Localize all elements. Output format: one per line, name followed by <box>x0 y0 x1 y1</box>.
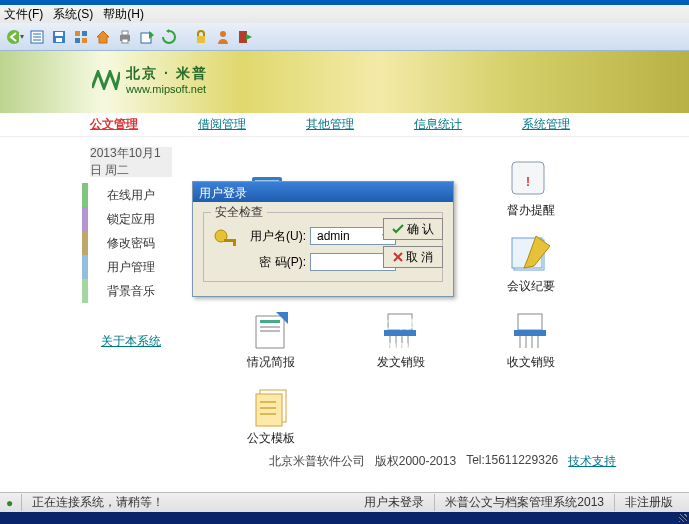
status-icon: ● <box>6 496 13 510</box>
svg-rect-44 <box>256 394 282 426</box>
svg-rect-30 <box>260 330 280 332</box>
svg-rect-18 <box>239 31 247 43</box>
status-bar: ● 正在连接系统，请稍等！ 用户未登录 米普公文与档案管理系统2013 非注册版 <box>0 492 689 512</box>
svg-rect-9 <box>82 31 87 36</box>
status-message: 正在连接系统，请稍等！ <box>21 494 174 511</box>
svg-rect-50 <box>233 239 236 246</box>
refresh-icon[interactable] <box>160 28 178 46</box>
x-icon <box>393 252 403 262</box>
footer-support-link[interactable]: 技术支持 <box>568 453 616 470</box>
alert-icon: ! <box>506 156 556 200</box>
banner: 北京 · 米普 www.mipsoft.net <box>0 51 689 113</box>
grid-report[interactable]: 情况简报 <box>206 295 336 371</box>
grid-template[interactable]: 公文模板 <box>206 371 336 447</box>
grid-alert[interactable]: ! 督办提醒 <box>466 143 596 219</box>
dialog-title: 用户登录 <box>193 182 453 202</box>
svg-rect-31 <box>388 314 412 330</box>
svg-rect-29 <box>260 326 280 328</box>
footer-copyright: 版权2000-2013 <box>375 453 456 470</box>
svg-text:!: ! <box>526 175 530 189</box>
ok-button[interactable]: 确 认 <box>383 218 443 240</box>
svg-rect-13 <box>122 31 128 35</box>
svg-point-17 <box>220 31 226 37</box>
sidebar: 2013年10月1日 周二 在线用户 锁定应用 修改密码 用户管理 背景音乐 关… <box>0 137 180 489</box>
svg-rect-10 <box>75 38 80 43</box>
svg-rect-14 <box>122 39 128 43</box>
list-icon[interactable] <box>28 28 46 46</box>
sidebar-online-users[interactable]: 在线用户 <box>90 183 172 207</box>
nav-system[interactable]: 系统管理 <box>522 116 570 133</box>
menu-bar: 文件(F) 系统(S) 帮助(H) <box>0 5 689 23</box>
svg-rect-32 <box>384 330 416 336</box>
template-icon <box>246 384 296 428</box>
back-icon[interactable] <box>6 28 24 46</box>
print-icon[interactable] <box>116 28 134 46</box>
status-reg: 非注册版 <box>614 494 683 511</box>
sidebar-lock-app[interactable]: 锁定应用 <box>90 207 172 231</box>
check-icon <box>392 224 404 234</box>
grid-recv-shred[interactable]: 收文销毁 <box>466 295 596 371</box>
cancel-button[interactable]: 取 消 <box>383 246 443 268</box>
toolbar <box>0 23 689 51</box>
about-link[interactable]: 关于本系统 <box>101 333 161 350</box>
footer-tel: Tel:15611229326 <box>466 453 558 470</box>
save-icon[interactable] <box>50 28 68 46</box>
user-icon[interactable] <box>214 28 232 46</box>
window-resize-grip[interactable] <box>0 512 689 524</box>
grid-icon[interactable] <box>72 28 90 46</box>
password-label: 密 码(P): <box>250 254 306 271</box>
nav-docs[interactable]: 公文管理 <box>90 116 138 133</box>
svg-rect-6 <box>55 32 63 36</box>
svg-rect-7 <box>56 38 62 42</box>
date-display: 2013年10月1日 周二 <box>90 147 172 177</box>
svg-rect-28 <box>260 320 280 323</box>
svg-rect-8 <box>75 31 80 36</box>
menu-file[interactable]: 文件(F) <box>4 6 43 23</box>
login-dialog: 用户登录 安全检查 用户名(U): admin 密 码(P): <box>192 181 454 297</box>
nav-other[interactable]: 其他管理 <box>306 116 354 133</box>
grid-label: 收文销毁 <box>507 354 555 371</box>
export-icon[interactable] <box>138 28 156 46</box>
brand-url: www.mipsoft.net <box>126 83 208 95</box>
main-area: 数码资源网 www.smzy.com ! 督办提醒 <box>180 137 689 489</box>
status-app: 米普公文与档案管理系统2013 <box>434 494 614 511</box>
shred-in-icon <box>506 308 556 352</box>
top-nav: 公文管理 借阅管理 其他管理 信息统计 系统管理 <box>0 113 689 137</box>
sidebar-bgm[interactable]: 背景音乐 <box>90 279 172 303</box>
dialog-legend: 安全检查 <box>211 204 267 221</box>
grid-label: 公文模板 <box>247 430 295 447</box>
svg-rect-37 <box>518 314 542 330</box>
nav-borrow[interactable]: 借阅管理 <box>198 116 246 133</box>
grid-label: 发文销毁 <box>377 354 425 371</box>
status-user: 用户未登录 <box>354 494 434 511</box>
shred-out-icon <box>376 308 426 352</box>
home-icon[interactable] <box>94 28 112 46</box>
nav-stats[interactable]: 信息统计 <box>414 116 462 133</box>
sidebar-change-pw[interactable]: 修改密码 <box>90 231 172 255</box>
grid-label: 情况简报 <box>247 354 295 371</box>
sidebar-user-mgmt[interactable]: 用户管理 <box>90 255 172 279</box>
grid-send-shred[interactable]: 发文销毁 <box>336 295 466 371</box>
grid-notes[interactable]: 会议纪要 <box>466 219 596 295</box>
svg-rect-16 <box>197 36 205 43</box>
menu-help[interactable]: 帮助(H) <box>103 6 144 23</box>
svg-point-0 <box>7 30 19 44</box>
grid-label: 会议纪要 <box>507 278 555 295</box>
keys-icon <box>212 227 240 255</box>
footer: 北京米普软件公司 版权2000-2013 Tel:15611229326 技术支… <box>206 453 679 470</box>
logo-icon <box>92 70 120 90</box>
notes-icon <box>506 232 556 276</box>
exit-icon[interactable] <box>236 28 254 46</box>
svg-rect-38 <box>514 330 546 336</box>
svg-rect-11 <box>82 38 87 43</box>
brand-text: 北京 · 米普 <box>126 65 208 83</box>
lock-icon[interactable] <box>192 28 210 46</box>
menu-system[interactable]: 系统(S) <box>53 6 93 23</box>
report-icon <box>246 308 296 352</box>
username-label: 用户名(U): <box>250 228 306 245</box>
grid-label: 督办提醒 <box>507 202 555 219</box>
footer-company: 北京米普软件公司 <box>269 453 365 470</box>
